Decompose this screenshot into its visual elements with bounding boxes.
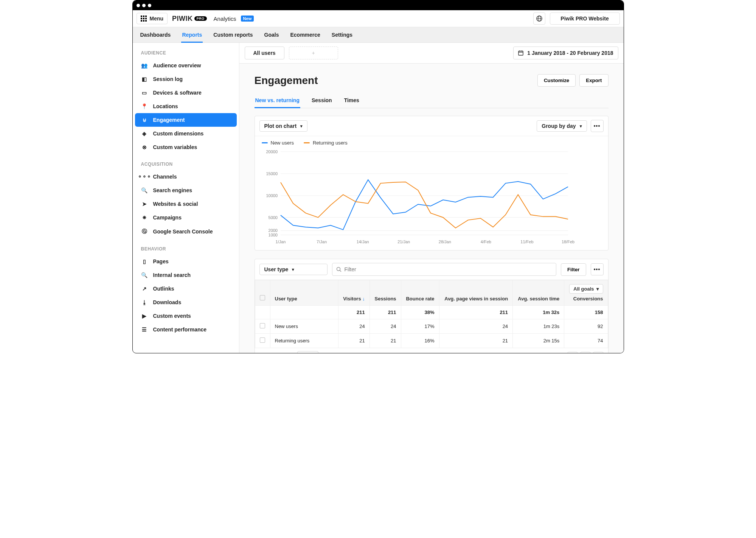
top-toolbar: Menu PIWIK PRO Analytics New Piwik PRO W… (133, 10, 624, 27)
subtab-session[interactable]: Session (311, 93, 333, 108)
cursor-icon: ➤ (141, 201, 148, 207)
plot-select[interactable]: Plot on chart▾ (259, 120, 308, 132)
page-number[interactable]: 2 (580, 352, 591, 353)
menu-button[interactable]: Menu (137, 13, 168, 24)
sidebar-item-audience-overview[interactable]: 👥Audience overview (133, 59, 239, 72)
tab-custom-reports[interactable]: Custom reports (213, 27, 253, 42)
tab-dashboards[interactable]: Dashboards (140, 27, 172, 42)
col-avg-pv[interactable]: Avg. page views in session (439, 280, 513, 306)
svg-text:14/Jan: 14/Jan (356, 239, 369, 244)
prev-page-button[interactable]: ← (567, 352, 578, 353)
chart-panel: Plot on chart▾ Group by day▾ ••• New use… (255, 116, 609, 250)
subtab-times[interactable]: Times (343, 93, 360, 108)
cube-icon: ◈ (141, 131, 148, 137)
globe-button[interactable] (533, 12, 545, 25)
sidebar-item-channels[interactable]: ⚬⚬⚬Channels (133, 170, 239, 183)
product-label: Analytics (214, 16, 236, 22)
sidebar-item-custom-events[interactable]: ▶Custom events (133, 309, 239, 323)
tab-goals[interactable]: Goals (264, 27, 280, 42)
segment-pill[interactable]: All users (245, 47, 284, 59)
sidebar-item-content-performance[interactable]: ☰Content performance (133, 323, 239, 336)
svg-text:20000: 20000 (266, 149, 278, 154)
filter-input[interactable] (332, 263, 556, 276)
sidebar-item-pages[interactable]: ▯Pages (133, 255, 239, 268)
export-button[interactable]: Export (579, 74, 608, 87)
menu-label: Menu (150, 16, 164, 22)
tab-settings[interactable]: Settings (331, 27, 353, 42)
svg-text:18/Feb: 18/Feb (561, 239, 574, 244)
next-page-button[interactable]: → (593, 352, 604, 353)
share-icon: ⚬⚬⚬ (141, 174, 148, 180)
table-panel: User type▾ Filter ••• User type (255, 259, 609, 353)
window-titlebar (133, 0, 624, 10)
add-segment-button[interactable]: + (289, 47, 338, 59)
magnet-icon: ⊍ (141, 117, 148, 123)
items-per-page-select[interactable]: 10▾ (297, 351, 318, 353)
doc-lines-icon: ☰ (141, 327, 148, 333)
sidebar-item-campaigns[interactable]: ✷Campaigns (133, 211, 239, 224)
sidebar-item-devices[interactable]: ▭Devices & software (133, 86, 239, 100)
chevron-down-icon: ▾ (300, 124, 303, 129)
sidebar-group-behavior: BEHAVIOR (133, 239, 239, 255)
col-user-type[interactable]: User type (270, 280, 338, 306)
window-dot[interactable] (148, 4, 151, 7)
window-dot[interactable] (142, 4, 146, 7)
svg-point-27 (337, 267, 340, 271)
svg-line-28 (340, 271, 341, 272)
customize-button[interactable]: Customize (537, 74, 576, 87)
svg-rect-3 (518, 51, 523, 55)
date-range-picker[interactable]: 1 January 2018 - 20 February 2018 (513, 47, 618, 59)
line-chart: 1000200050001000015000200001/Jan7/Jan14/… (258, 148, 576, 246)
col-avg-time[interactable]: Avg. session time (513, 280, 564, 306)
filter-text-input[interactable] (345, 266, 552, 272)
sidebar-item-websites-social[interactable]: ➤Websites & social (133, 197, 239, 211)
sidebar-item-locations[interactable]: 📍Locations (133, 100, 239, 113)
page-title: Engagement (255, 75, 318, 87)
data-table: User type Visitors ↓ Sessions Bounce rat… (255, 280, 608, 348)
col-checkbox (255, 280, 270, 306)
subtabs: New vs. returning Session Times (255, 93, 609, 108)
all-goals-select[interactable]: All goals▾ (569, 284, 603, 294)
svg-text:1/Jan: 1/Jan (275, 239, 286, 244)
tab-reports[interactable]: Reports (181, 27, 203, 42)
sidebar-item-custom-variables[interactable]: ⊗Custom variables (133, 140, 239, 154)
sidebar-item-search-engines[interactable]: 🔍Search engines (133, 183, 239, 197)
sidebar-item-engagement[interactable]: ⊍Engagement (135, 113, 237, 127)
site-selector[interactable]: Piwik PRO Website (550, 12, 620, 25)
chart-more-button[interactable]: ••• (591, 120, 604, 132)
burst-icon: ✷ (141, 215, 148, 221)
table-row[interactable]: New users 24 24 17% 24 1m 23s 92 (255, 319, 608, 334)
svg-text:15000: 15000 (266, 171, 278, 176)
dimension-select[interactable]: User type▾ (259, 264, 328, 275)
users-icon: 👥 (141, 62, 148, 68)
row-checkbox[interactable] (260, 337, 265, 343)
sidebar-item-custom-dimensions[interactable]: ◈Custom dimensions (133, 127, 239, 140)
table-row[interactable]: Returning users 21 21 16% 21 2m 15s 74 (255, 334, 608, 348)
col-visitors[interactable]: Visitors ↓ (338, 280, 369, 306)
sidebar-item-downloads[interactable]: ⭳Downloads (133, 295, 239, 309)
sidebar-item-gsc[interactable]: ⒼGoogle Search Console (133, 224, 239, 239)
table-more-button[interactable]: ••• (591, 263, 604, 275)
tab-ecommerce[interactable]: Ecommerce (289, 27, 321, 42)
subtab-new-returning[interactable]: New vs. returning (255, 93, 300, 108)
row-checkbox[interactable] (260, 323, 265, 328)
svg-text:21/Jan: 21/Jan (397, 239, 410, 244)
chart-legend: New users Returning users (255, 136, 608, 146)
svg-text:10000: 10000 (266, 193, 278, 198)
col-bounce[interactable]: Bounce rate (401, 280, 439, 306)
page-icon: ▯ (141, 258, 148, 264)
sidebar-item-outlinks[interactable]: ↗Outlinks (133, 282, 239, 295)
sidebar-item-internal-search[interactable]: 🔍Internal search (133, 268, 239, 282)
group-by-select[interactable]: Group by day▾ (537, 120, 587, 132)
sidebar-group-audience: AUDIENCE (133, 43, 239, 59)
col-sessions[interactable]: Sessions (369, 280, 401, 306)
select-all-checkbox[interactable] (260, 295, 265, 300)
window-dot[interactable] (137, 4, 140, 7)
filter-bar: All users + 1 January 2018 - 20 February… (239, 43, 624, 64)
col-all-goals[interactable]: All goals▾ Conversions (564, 280, 608, 306)
chevron-down-icon: ▾ (596, 286, 599, 292)
g-circle-icon: Ⓖ (141, 228, 148, 235)
sidebar-item-session-log[interactable]: ◧Session log (133, 72, 239, 86)
svg-text:7/Jan: 7/Jan (317, 239, 327, 244)
apply-filter-button[interactable]: Filter (561, 263, 586, 276)
